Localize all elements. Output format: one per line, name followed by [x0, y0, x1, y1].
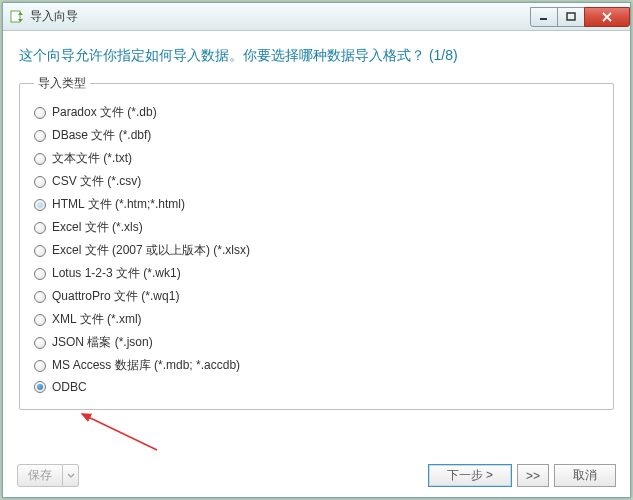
fieldset-legend: 导入类型 — [34, 75, 90, 92]
import-option[interactable]: XML 文件 (*.xml) — [34, 308, 599, 331]
import-option[interactable]: Paradox 文件 (*.db) — [34, 101, 599, 124]
import-option[interactable]: QuattroPro 文件 (*.wq1) — [34, 285, 599, 308]
minimize-button[interactable] — [530, 7, 558, 27]
next-button[interactable]: 下一步 > — [428, 464, 512, 487]
skip-button[interactable]: >> — [517, 464, 549, 487]
radio-icon — [34, 245, 46, 257]
import-option[interactable]: HTML 文件 (*.htm;*.html) — [34, 193, 599, 216]
option-label: 文本文件 (*.txt) — [52, 150, 132, 167]
titlebar: 导入向导 — [3, 3, 630, 31]
option-label: Paradox 文件 (*.db) — [52, 104, 157, 121]
chevron-down-icon — [67, 473, 75, 479]
option-label: CSV 文件 (*.csv) — [52, 173, 141, 190]
import-option[interactable]: CSV 文件 (*.csv) — [34, 170, 599, 193]
wizard-heading: 这个向导允许你指定如何导入数据。你要选择哪种数据导入格式？ (1/8) — [19, 47, 616, 65]
radio-icon — [34, 314, 46, 326]
import-option[interactable]: Lotus 1-2-3 文件 (*.wk1) — [34, 262, 599, 285]
svg-rect-0 — [11, 11, 20, 22]
window-title: 导入向导 — [30, 8, 531, 25]
save-button[interactable]: 保存 — [17, 464, 63, 487]
option-label: JSON 檔案 (*.json) — [52, 334, 153, 351]
radio-icon — [34, 291, 46, 303]
option-label: ODBC — [52, 380, 87, 394]
import-option[interactable]: 文本文件 (*.txt) — [34, 147, 599, 170]
radio-icon — [34, 268, 46, 280]
radio-icon — [34, 222, 46, 234]
footer-bar: 保存 下一步 > >> 取消 — [17, 464, 616, 487]
import-option[interactable]: Excel 文件 (*.xls) — [34, 216, 599, 239]
close-button[interactable] — [584, 7, 630, 27]
radio-icon — [34, 360, 46, 372]
cancel-label: 取消 — [573, 467, 597, 484]
radio-icon — [34, 199, 46, 211]
import-option[interactable]: ODBC — [34, 377, 599, 397]
radio-icon — [34, 337, 46, 349]
radio-icon — [34, 176, 46, 188]
option-label: HTML 文件 (*.htm;*.html) — [52, 196, 185, 213]
maximize-button[interactable] — [557, 7, 585, 27]
next-label: 下一步 > — [447, 467, 493, 484]
option-label: QuattroPro 文件 (*.wq1) — [52, 288, 179, 305]
save-dropdown-button[interactable] — [63, 464, 79, 487]
radio-icon — [34, 107, 46, 119]
content-area: 这个向导允许你指定如何导入数据。你要选择哪种数据导入格式？ (1/8) 导入类型… — [3, 31, 630, 410]
option-label: Excel 文件 (*.xls) — [52, 219, 143, 236]
skip-label: >> — [526, 469, 540, 483]
svg-line-3 — [82, 414, 157, 450]
radio-icon — [34, 381, 46, 393]
import-option[interactable]: DBase 文件 (*.dbf) — [34, 124, 599, 147]
import-option[interactable]: MS Access 数据库 (*.mdb; *.accdb) — [34, 354, 599, 377]
wizard-window: 导入向导 这个向导允许你指定如何导入数据。你要选择哪种数据导入格式？ (1/8)… — [2, 2, 631, 498]
option-label: Lotus 1-2-3 文件 (*.wk1) — [52, 265, 181, 282]
svg-rect-2 — [567, 13, 575, 20]
app-icon — [9, 9, 25, 25]
option-label: Excel 文件 (2007 或以上版本) (*.xlsx) — [52, 242, 250, 259]
radio-icon — [34, 153, 46, 165]
option-label: MS Access 数据库 (*.mdb; *.accdb) — [52, 357, 240, 374]
save-split-button: 保存 — [17, 464, 79, 487]
import-type-fieldset: 导入类型 Paradox 文件 (*.db)DBase 文件 (*.dbf)文本… — [19, 83, 614, 410]
save-label: 保存 — [28, 467, 52, 484]
option-label: DBase 文件 (*.dbf) — [52, 127, 151, 144]
radio-icon — [34, 130, 46, 142]
window-controls — [531, 7, 630, 27]
annotation-arrow — [72, 408, 162, 453]
import-option[interactable]: Excel 文件 (2007 或以上版本) (*.xlsx) — [34, 239, 599, 262]
option-label: XML 文件 (*.xml) — [52, 311, 142, 328]
cancel-button[interactable]: 取消 — [554, 464, 616, 487]
options-list: Paradox 文件 (*.db)DBase 文件 (*.dbf)文本文件 (*… — [34, 101, 599, 397]
import-option[interactable]: JSON 檔案 (*.json) — [34, 331, 599, 354]
